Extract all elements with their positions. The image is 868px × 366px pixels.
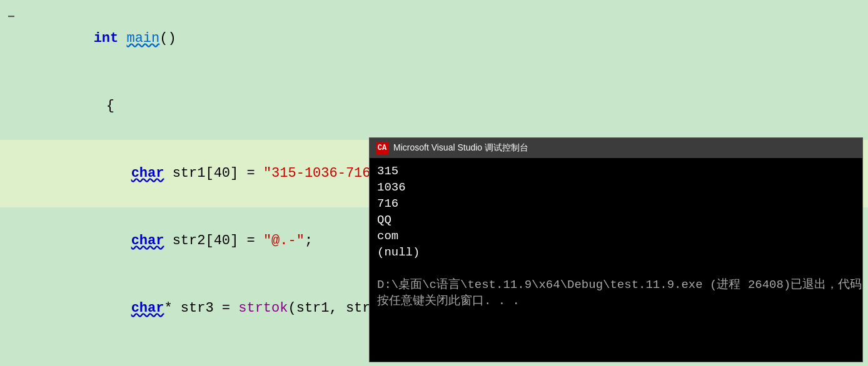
gutter-4	[0, 207, 23, 209]
code-editor: − int main() { char str1[40] = "315-1036…	[0, 0, 868, 366]
keyword-char-2: char	[131, 233, 164, 249]
console-output-close: 按任意键关闭此窗口. . .	[377, 293, 855, 309]
fn-strtok-1: strtok	[238, 300, 288, 316]
string-val-2: "@.-"	[263, 233, 305, 249]
console-output-1036: 1036	[377, 179, 855, 195]
keyword-char-1: char	[131, 166, 164, 181]
code-line-1: − int main()	[0, 5, 868, 72]
brace-open: {	[106, 98, 114, 114]
line-content-2: {	[23, 72, 868, 140]
line-content-1: int main()	[23, 5, 868, 72]
keyword-int: int	[94, 31, 127, 46]
code-text-5a: * str3 =	[164, 300, 238, 316]
code-text-4: str2[40] =	[164, 233, 263, 249]
gutter-2	[0, 72, 23, 74]
paren-1: ()	[159, 31, 176, 46]
keyword-char-3: char	[131, 300, 164, 316]
gutter-6	[0, 342, 23, 344]
code-text-3: str1[40] =	[164, 166, 263, 181]
console-body: 315 1036 716 QQ com (null) D:\桌面\c语言\tes…	[370, 158, 862, 362]
gutter-3	[0, 140, 23, 141]
console-titlebar: CA Microsoft Visual Studio 调试控制台	[370, 138, 862, 158]
console-output-exit: D:\桌面\c语言\test.11.9\x64\Debug\test.11.9.…	[377, 277, 855, 293]
semi-4: ;	[305, 233, 313, 249]
collapse-icon-1[interactable]: −	[8, 6, 15, 29]
console-icon-text: CA	[378, 144, 386, 152]
console-window[interactable]: CA Microsoft Visual Studio 调试控制台 315 103…	[369, 137, 863, 362]
gutter-5	[0, 275, 23, 276]
console-title: Microsoft Visual Studio 调试控制台	[393, 142, 528, 154]
console-output-qq: QQ	[377, 212, 855, 228]
code-line-2: {	[0, 72, 868, 140]
gutter-1: −	[0, 5, 23, 29]
console-output-null: (null)	[377, 244, 855, 260]
console-output-716: 716	[377, 195, 855, 212]
fn-main: main	[126, 31, 159, 46]
console-app-icon: CA	[376, 142, 388, 154]
console-output-com: com	[377, 228, 855, 244]
console-output-315: 315	[377, 163, 855, 179]
console-output-blank	[377, 260, 855, 277]
